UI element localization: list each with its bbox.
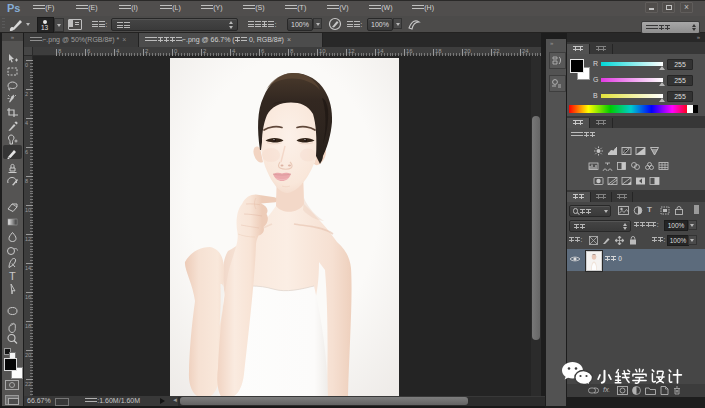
svg-text:T: T [9,270,16,281]
